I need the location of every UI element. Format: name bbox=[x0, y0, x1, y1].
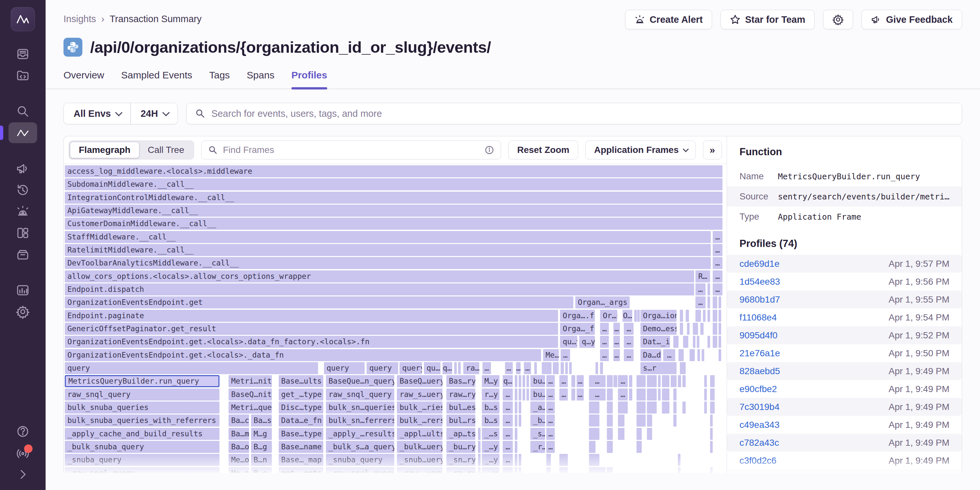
frame-Meon[interactable]: Me…on bbox=[229, 454, 249, 466]
frame-sliver[interactable] bbox=[710, 389, 715, 401]
frame-sliver[interactable] bbox=[595, 362, 598, 374]
frame-[interactable]: … bbox=[624, 336, 633, 348]
frame-sliver[interactable] bbox=[673, 375, 676, 387]
frame-Metrinit__[interactable]: Metri…nit__ bbox=[229, 375, 272, 387]
frame-[interactable]: … bbox=[613, 336, 620, 348]
create-alert-button[interactable]: Create Alert bbox=[625, 10, 712, 29]
frame-sliver[interactable] bbox=[697, 349, 700, 361]
frame-sliver[interactable] bbox=[713, 336, 717, 348]
frame-[interactable]: … bbox=[624, 323, 633, 335]
profile-link[interactable]: f11068e4 bbox=[740, 312, 777, 323]
frame-sliver[interactable] bbox=[719, 323, 721, 335]
frame-sliver[interactable] bbox=[708, 336, 710, 348]
frame-sliver[interactable] bbox=[629, 375, 632, 387]
frame-_by[interactable]: _b…y bbox=[530, 414, 545, 427]
frame-allow_cors_optionslocalsallow_[interactable]: allow_cors_options.<locals>.allow_cors_o… bbox=[65, 270, 694, 282]
frame-sliver[interactable] bbox=[636, 389, 646, 401]
frame-sliver[interactable] bbox=[708, 283, 710, 295]
frame-[interactable]: … bbox=[618, 389, 628, 401]
frame-BaseQuery[interactable]: BaseQ…uery bbox=[397, 375, 442, 387]
flamegraph-canvas[interactable]: access_log_middleware.<locals>.middlewar… bbox=[64, 164, 727, 473]
frame-sliver[interactable] bbox=[673, 389, 676, 401]
sidebar-item-help[interactable] bbox=[8, 421, 37, 442]
sentry-logo-icon[interactable] bbox=[11, 7, 35, 31]
profile-link[interactable]: c3f0d2c6 bbox=[740, 455, 776, 466]
profile-link[interactable]: 828aebd5 bbox=[740, 366, 780, 376]
frame-sliver[interactable] bbox=[703, 310, 706, 322]
frame-sliver[interactable] bbox=[662, 401, 669, 414]
frame-sliver[interactable] bbox=[618, 401, 628, 414]
frame-sliver[interactable] bbox=[636, 414, 646, 427]
frame-sliver[interactable] bbox=[662, 389, 669, 401]
frame-Be[interactable]: B…e bbox=[251, 467, 272, 473]
frame-[interactable]: … bbox=[663, 349, 675, 361]
frame-bus[interactable]: bu…s bbox=[530, 389, 545, 401]
frame-sliver[interactable] bbox=[515, 467, 517, 473]
frame-CustomerDomainMiddleware__call[interactable]: CustomerDomainMiddleware.__call__ bbox=[65, 218, 722, 230]
profile-link[interactable]: 21e76a1e bbox=[740, 348, 780, 358]
frame-sliver[interactable] bbox=[678, 375, 681, 387]
frame-_bulk_sa_query[interactable]: _bulk_s…a_query bbox=[326, 441, 394, 453]
breadcrumb-insights[interactable]: Insights bbox=[64, 14, 96, 24]
frame-sliver[interactable] bbox=[515, 454, 517, 466]
frame-O[interactable]: O… bbox=[622, 310, 632, 322]
frame-[interactable]: … bbox=[503, 467, 512, 473]
frame-bules[interactable]: bul…es bbox=[446, 401, 475, 414]
frame-_snubuery[interactable]: _snub…uery bbox=[397, 454, 442, 466]
frame-Orgaion[interactable]: Orga…ion bbox=[640, 310, 676, 322]
frame-Dad[interactable]: Da…d bbox=[640, 349, 662, 361]
frame-BaseQnit__[interactable]: BaseQ…nit__ bbox=[229, 389, 272, 401]
frame-bs[interactable]: b…s bbox=[482, 401, 500, 414]
frame-sliver[interactable] bbox=[515, 375, 517, 387]
frame-Baseults[interactable]: Base…ults bbox=[279, 375, 323, 387]
frame-_as[interactable]: _a…s bbox=[530, 401, 545, 414]
frame-Orga_fn[interactable]: Orga…_fn bbox=[560, 323, 595, 335]
info-icon[interactable] bbox=[484, 145, 494, 155]
profile-link[interactable]: c49ea343 bbox=[740, 420, 780, 430]
profile-link[interactable]: 9095d4f0 bbox=[740, 330, 778, 341]
frame-sliver[interactable] bbox=[607, 467, 613, 473]
frame-q[interactable]: q… bbox=[503, 375, 512, 387]
sidebar-item-feedback[interactable] bbox=[8, 158, 37, 179]
frame-sliver[interactable] bbox=[546, 454, 551, 466]
frame-sliver[interactable] bbox=[519, 389, 521, 401]
frame-[interactable]: … bbox=[503, 441, 512, 453]
give-feedback-button[interactable]: Give Feedback bbox=[861, 10, 962, 29]
frame-[interactable]: … bbox=[503, 428, 512, 440]
frame-RatelimitMiddleware__call__[interactable]: RatelimitMiddleware.__call__ bbox=[65, 244, 711, 256]
frame-sliver[interactable] bbox=[478, 454, 480, 466]
frame-sliver[interactable] bbox=[613, 375, 617, 387]
frame-[interactable]: … bbox=[516, 362, 520, 374]
frame-_y[interactable]: _…y bbox=[482, 467, 500, 473]
frame-sliver[interactable] bbox=[515, 389, 517, 401]
frame-sliver[interactable] bbox=[515, 441, 517, 453]
frame-Men[interactable]: Me…n bbox=[229, 467, 249, 473]
frame-sliver[interactable] bbox=[647, 375, 657, 387]
frame-sliver[interactable] bbox=[589, 441, 595, 453]
frame-sliver[interactable] bbox=[683, 336, 688, 348]
settings-button[interactable] bbox=[823, 10, 853, 29]
frame-sliver[interactable] bbox=[589, 454, 600, 466]
frame-sliver[interactable] bbox=[710, 401, 715, 414]
frame-_sy[interactable]: _s…y bbox=[530, 428, 545, 440]
frame-_s[interactable]: _…s bbox=[482, 428, 500, 440]
frame-[interactable]: … bbox=[482, 362, 491, 374]
frame-Endpointdispatch[interactable]: Endpoint.dispatch bbox=[65, 283, 694, 295]
frame-SubdomainMiddleware__call__[interactable]: SubdomainMiddleware.__call__ bbox=[65, 178, 722, 190]
frame-bulk_snqueries[interactable]: bulk_sn…queries bbox=[326, 401, 394, 414]
frame-bulk_ries[interactable]: bulk_…ries bbox=[397, 401, 442, 414]
environment-filter[interactable]: All Envs bbox=[64, 103, 130, 124]
frame-[interactable]: … bbox=[713, 257, 722, 269]
frame-sliver[interactable] bbox=[658, 389, 660, 401]
frame-IntegrationControlMiddleware__[interactable]: IntegrationControlMiddleware.__call__ bbox=[65, 192, 722, 204]
frame-Orgafn[interactable]: Orga….fn bbox=[560, 310, 595, 322]
frame-sliver[interactable] bbox=[682, 401, 686, 414]
frame-qy[interactable]: q…y bbox=[579, 336, 595, 348]
frame-[interactable]: … bbox=[695, 283, 705, 295]
frame-_apts[interactable]: _ap…ts bbox=[446, 428, 475, 440]
frame-_raw_uery[interactable]: _raw_…uery bbox=[397, 467, 442, 473]
frame-sliver[interactable] bbox=[559, 454, 568, 466]
call-tree-toggle[interactable]: Call Tree bbox=[139, 142, 193, 158]
frame-sliver[interactable] bbox=[478, 428, 480, 440]
frame-sliver[interactable] bbox=[527, 375, 529, 387]
